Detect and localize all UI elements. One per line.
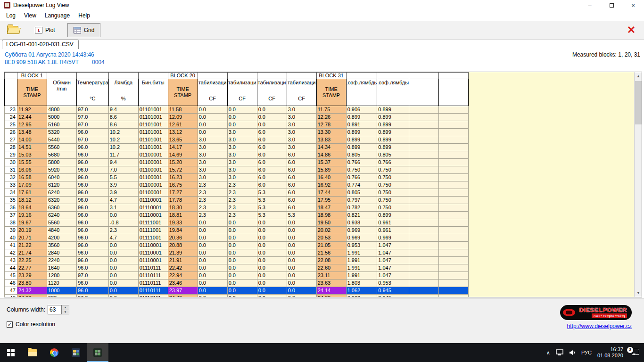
grid-cell[interactable]: 01110001	[138, 257, 168, 264]
grid-cell[interactable]: 6.0	[257, 166, 287, 174]
grid-cell[interactable]: 19.67	[17, 219, 47, 227]
scrollbar-thumb[interactable]	[635, 81, 642, 124]
grid-cell-empty[interactable]	[439, 159, 469, 166]
grid-cell[interactable]: 0.0	[227, 295, 257, 297]
grid-cell[interactable]: 0.750	[377, 204, 409, 212]
grid-cell[interactable]: 1.047	[377, 257, 409, 264]
grid-cell[interactable]: 21.39	[168, 249, 198, 257]
grid-cell[interactable]: 6.0	[287, 151, 316, 159]
grid-cell-empty[interactable]	[439, 264, 469, 272]
grid-cell-empty[interactable]	[409, 144, 439, 151]
grid-cell-empty[interactable]	[439, 280, 469, 287]
grid-cell[interactable]: 0.0	[108, 287, 138, 295]
row-number-cell[interactable]: 42	[5, 249, 17, 257]
grid-cell[interactable]: 12.61	[168, 121, 198, 129]
grid-cell[interactable]: 0.938	[346, 219, 377, 227]
column-header-stab-4[interactable]: табилизациCF	[287, 79, 316, 106]
grid-cell[interactable]: 12.26	[316, 114, 346, 121]
grid-cell[interactable]: 1.047	[377, 272, 409, 280]
grid-cell[interactable]: 12.78	[316, 121, 346, 129]
row-number-cell[interactable]: 38	[5, 219, 17, 227]
grid-cell[interactable]: 17.09	[17, 181, 47, 189]
grid-cell[interactable]: 0.0	[257, 257, 287, 264]
grid-cell[interactable]: 0.797	[346, 197, 377, 204]
grid-cell[interactable]: 01110001	[138, 242, 168, 249]
grid-cell[interactable]: 20.88	[168, 242, 198, 249]
grid-cell[interactable]: 20.36	[168, 234, 198, 242]
grid-cell[interactable]: 0.899	[377, 106, 409, 114]
language-indicator[interactable]: РУС	[581, 350, 592, 355]
grid-cell[interactable]: 01101001	[138, 144, 168, 151]
grid-cell[interactable]: 4.7	[108, 234, 138, 242]
grid-cell[interactable]: 10.2	[108, 129, 138, 136]
grid-cell[interactable]: 14.00	[17, 136, 47, 144]
row-number-cell[interactable]: 47	[5, 287, 17, 295]
grid-cell-empty[interactable]	[439, 257, 469, 264]
grid-cell[interactable]: 0.0	[257, 106, 287, 114]
grid-cell[interactable]: 18.12	[17, 197, 47, 204]
grid-cell[interactable]: 18.30	[168, 204, 198, 212]
grid-cell[interactable]: 2.3	[227, 212, 257, 219]
grid-cell[interactable]: 6.0	[257, 174, 287, 181]
column-header-lambda[interactable]: Лямбда%	[108, 79, 138, 106]
grid-cell-empty[interactable]	[409, 114, 439, 121]
grid-cell[interactable]: 0.0	[287, 234, 316, 242]
taskbar-app-tile[interactable]	[65, 343, 87, 362]
plot-button[interactable]: Plot	[29, 23, 61, 37]
grid-cell[interactable]: 96.0	[77, 197, 109, 204]
grid-cell[interactable]: 0.0	[287, 264, 316, 272]
grid-cell[interactable]: 8.6	[108, 114, 138, 121]
grid-cell[interactable]: 0.899	[377, 144, 409, 151]
grid-cell[interactable]: 5160	[47, 121, 77, 129]
grid-cell[interactable]: 0.0	[227, 249, 257, 257]
grid-cell[interactable]: 01110001	[138, 212, 168, 219]
grid-cell[interactable]: 6.0	[287, 174, 316, 181]
grid-cell[interactable]: 01110111	[138, 272, 168, 280]
grid-cell[interactable]: 24.14	[316, 287, 346, 295]
grid-cell[interactable]: 0.961	[377, 227, 409, 234]
grid-cell[interactable]: 0.0	[108, 212, 138, 219]
grid-cell[interactable]: 0.750	[346, 166, 377, 174]
grid-cell[interactable]: 0.0	[227, 242, 257, 249]
grid-cell[interactable]: 0.0	[198, 249, 227, 257]
grid-cell[interactable]: 0.0	[287, 287, 316, 295]
tab-log-file[interactable]: LOG-01-001-020-031.CSV	[2, 40, 79, 49]
grid-cell[interactable]: 2840	[47, 249, 77, 257]
grid-cell[interactable]: 22.42	[168, 264, 198, 272]
grid-cell[interactable]: 23.80	[17, 280, 47, 287]
grid-cell[interactable]: 0.0	[108, 295, 138, 297]
grid-cell-empty[interactable]	[439, 136, 469, 144]
grid-cell[interactable]: 0.0	[257, 272, 287, 280]
grid-cell[interactable]: 0.0	[227, 234, 257, 242]
grid-cell[interactable]: 3.0	[198, 174, 227, 181]
row-number-cell[interactable]: 30	[5, 159, 17, 166]
grid-cell-empty[interactable]	[409, 166, 439, 174]
grid-cell[interactable]: 24.66	[316, 295, 346, 297]
grid-cell[interactable]: 3.0	[227, 166, 257, 174]
grid-cell[interactable]: 1.803	[346, 280, 377, 287]
grid-cell[interactable]: 0.891	[346, 121, 377, 129]
row-number-cell[interactable]: 23	[5, 106, 17, 114]
grid-cell[interactable]: 15.03	[17, 151, 47, 159]
grid-cell[interactable]: 0.0	[227, 264, 257, 272]
grid-cell[interactable]: 17.27	[168, 189, 198, 197]
grid-cell[interactable]: 97.0	[77, 136, 109, 144]
column-header-bin-bits[interactable]: Бин.биты	[138, 79, 168, 106]
grid-cell[interactable]: 01100001	[138, 166, 168, 174]
column-header-lambda-coef-1[interactable]: .оэф.лямбдь	[346, 79, 377, 106]
grid-cell[interactable]: 96.0	[77, 219, 109, 227]
grid-cell-empty[interactable]	[409, 257, 439, 264]
grid-cell-empty[interactable]	[409, 227, 439, 234]
grid-cell[interactable]: 3.0	[287, 129, 316, 136]
grid-cell[interactable]: 0.0	[287, 219, 316, 227]
grid-cell[interactable]: 20.71	[17, 234, 47, 242]
grid-cell[interactable]: 19.16	[17, 212, 47, 219]
grid-cell[interactable]: 01110001	[138, 249, 168, 257]
grid-cell-empty[interactable]	[439, 212, 469, 219]
column-header-empty-1[interactable]	[409, 79, 439, 106]
grid-cell[interactable]: 3.0	[287, 144, 316, 151]
grid-cell-empty[interactable]	[409, 121, 439, 129]
grid-cell-empty[interactable]	[439, 204, 469, 212]
grid-cell[interactable]: 11.92	[17, 106, 47, 114]
grid-cell-empty[interactable]	[439, 227, 469, 234]
